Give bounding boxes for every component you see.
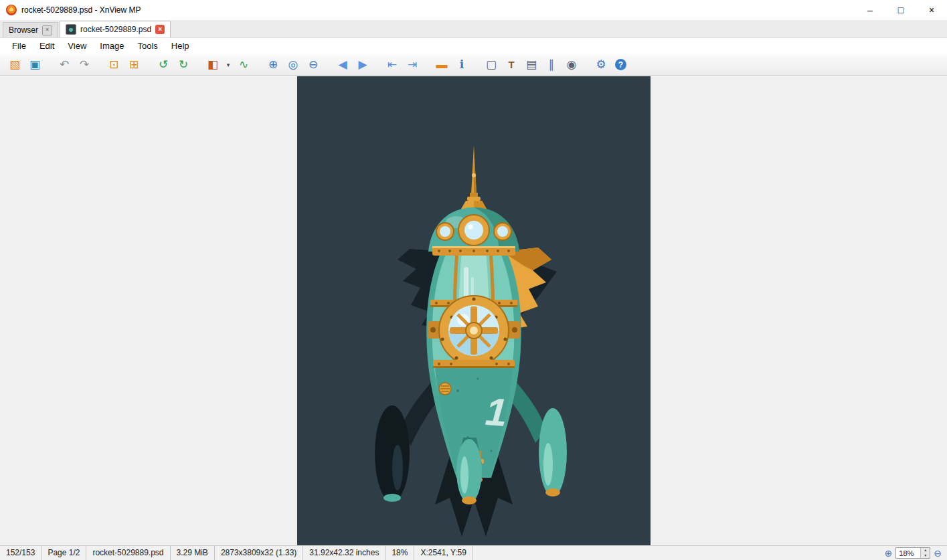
- menu-bar: File Edit View Image Tools Help: [0, 38, 947, 54]
- curves-icon[interactable]: ∿: [236, 56, 252, 74]
- zoom-spin-up-icon[interactable]: ▴: [921, 548, 930, 553]
- app-logo-icon: [6, 5, 17, 15]
- statusbar-zoom-in-icon[interactable]: ⊕: [885, 548, 893, 559]
- fullscreen-icon[interactable]: ▢: [483, 56, 499, 74]
- capture-icon[interactable]: ◉: [564, 56, 580, 74]
- settings-icon[interactable]: ⚙: [593, 56, 609, 74]
- rotate-right-icon[interactable]: ↻: [175, 56, 191, 74]
- toolbar-group-show: ▬ ℹ: [434, 56, 474, 74]
- menu-tools[interactable]: Tools: [131, 38, 164, 54]
- save-icon[interactable]: ▣: [27, 56, 43, 74]
- tab-image-label: rocket-5029889.psd: [80, 25, 151, 34]
- first-image-icon[interactable]: ⇤: [384, 56, 400, 74]
- undo-icon[interactable]: ↶: [56, 56, 72, 74]
- status-image-dimensions: 2873x3809x32 (1.33): [215, 546, 303, 560]
- status-zoom-controls: ⊕ 18% ▴ ▾ ⊖: [885, 547, 947, 559]
- app-window: rocket-5029889.psd - XnView MP – □ × Bro…: [0, 0, 947, 560]
- rocket-illustration: 1: [297, 76, 651, 545]
- crop-icon[interactable]: ⊡: [106, 56, 122, 74]
- toolbar-group-output: ▢ T ▤ ∥ ◉: [483, 56, 584, 74]
- rocket-number: 1: [484, 389, 509, 434]
- zoom-spin-down-icon[interactable]: ▾: [921, 553, 930, 559]
- zoom-out-icon[interactable]: ⊖: [305, 56, 321, 74]
- toolbar-group-file: ▧ ▣: [7, 56, 47, 74]
- palette-dropdown-icon[interactable]: ▾: [225, 56, 232, 74]
- toolbar-group-nav: ◀ ▶: [335, 56, 375, 74]
- tab-image[interactable]: rocket-5029889.psd ×: [60, 21, 171, 37]
- tab-image-thumbnail-icon: [66, 24, 76, 35]
- toolbar-group-undo: ↶ ↷: [56, 56, 96, 74]
- window-title: rocket-5029889.psd - XnView MP: [21, 5, 141, 15]
- zoom-spinner-arrows: ▴ ▾: [920, 548, 930, 558]
- zoom-in-icon[interactable]: ⊕: [265, 56, 281, 74]
- menu-file[interactable]: File: [5, 38, 33, 54]
- tab-browser[interactable]: Browser ×: [3, 22, 58, 37]
- zoom-level-spinner[interactable]: 18% ▴ ▾: [895, 547, 930, 559]
- image-canvas[interactable]: 1: [297, 76, 651, 545]
- toolbar-group-zoom: ⊕ ◎ ⊖: [265, 56, 325, 74]
- window-controls: – □ ×: [855, 0, 947, 20]
- image-viewport[interactable]: 1: [0, 76, 947, 545]
- resize-icon[interactable]: ⊞: [126, 56, 142, 74]
- status-file-index: 152/153: [0, 546, 41, 560]
- print-icon[interactable]: ▤: [523, 56, 539, 74]
- maximize-button[interactable]: □: [885, 0, 916, 20]
- status-cursor-position: X:2541, Y:59: [414, 546, 473, 560]
- next-image-icon[interactable]: ▶: [355, 56, 371, 74]
- last-image-icon[interactable]: ⇥: [404, 56, 420, 74]
- palette-icon[interactable]: ◧: [205, 56, 221, 74]
- status-filename: rocket-5029889.psd: [86, 546, 170, 560]
- status-zoom-level: 18%: [385, 546, 414, 560]
- redo-icon[interactable]: ↷: [76, 56, 92, 74]
- minimize-button[interactable]: –: [855, 0, 885, 20]
- status-bar: 152/153 Page 1/2 rocket-5029889.psd 3.29…: [0, 545, 947, 560]
- menu-image[interactable]: Image: [93, 38, 131, 54]
- tab-browser-close-icon[interactable]: ×: [42, 25, 52, 35]
- add-text-icon[interactable]: T: [503, 56, 519, 74]
- toolbar-group-rotate: ↺ ↻: [155, 56, 195, 74]
- menu-edit[interactable]: Edit: [33, 38, 61, 54]
- info-icon[interactable]: ℹ: [454, 56, 470, 74]
- browser-icon[interactable]: ▧: [7, 56, 23, 74]
- zoom-actual-icon[interactable]: ◎: [285, 56, 301, 74]
- status-print-size: 31.92x42.32 inches: [303, 546, 385, 560]
- close-button[interactable]: ×: [916, 0, 947, 20]
- status-page-indicator: Page 1/2: [41, 546, 86, 560]
- toolbar-group-settings: ⚙ ?: [593, 56, 630, 74]
- tab-browser-label: Browser: [9, 25, 38, 35]
- menu-help[interactable]: Help: [165, 38, 196, 54]
- toolbar-group-firstlast: ⇤ ⇥: [384, 56, 424, 74]
- tab-bar: Browser × rocket-5029889.psd ×: [0, 20, 947, 38]
- menu-view[interactable]: View: [61, 38, 93, 54]
- title-bar: rocket-5029889.psd - XnView MP – □ ×: [0, 0, 947, 20]
- compare-icon[interactable]: ∥: [543, 56, 559, 74]
- toolbar-group-color: ◧ ▾ ∿: [205, 56, 256, 74]
- toolbar-group-transform: ⊡ ⊞: [106, 56, 146, 74]
- tab-image-close-icon[interactable]: ×: [155, 25, 165, 34]
- statusbar-zoom-out-icon[interactable]: ⊖: [934, 548, 942, 559]
- main-toolbar: ▧ ▣ ↶ ↷ ⊡ ⊞ ↺ ↻ ◧ ▾ ∿ ⊕ ◎ ⊖ ◀ ▶ ⇤: [0, 54, 947, 76]
- previous-image-icon[interactable]: ◀: [335, 56, 351, 74]
- status-file-size: 3.29 MiB: [171, 546, 215, 560]
- zoom-level-value: 18%: [896, 549, 920, 557]
- rotate-left-icon[interactable]: ↺: [155, 56, 171, 74]
- slideshow-icon[interactable]: ▬: [434, 56, 450, 74]
- help-icon[interactable]: ?: [615, 59, 626, 70]
